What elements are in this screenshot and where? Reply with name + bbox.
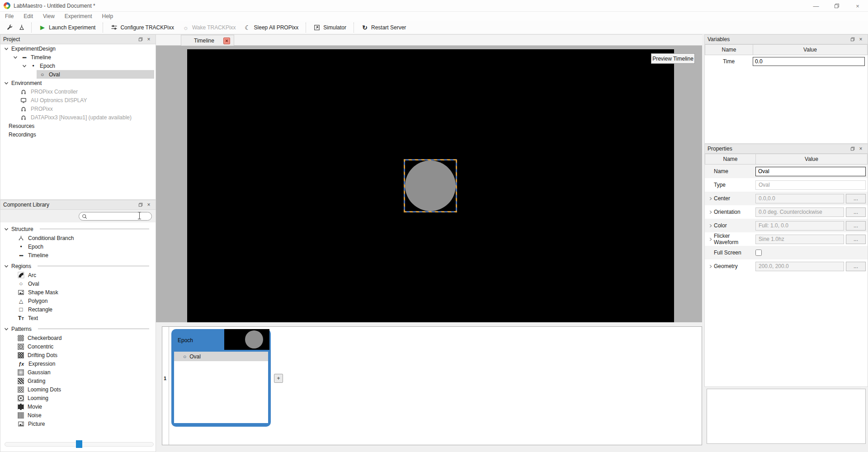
flicker-more-button[interactable]: ... bbox=[846, 235, 866, 244]
tree-item-experiment-design[interactable]: ExperimentDesign bbox=[0, 44, 156, 53]
chevron-right-icon[interactable] bbox=[708, 224, 714, 228]
stage-canvas[interactable] bbox=[187, 49, 674, 322]
tree-item-oval[interactable]: ○ Oval bbox=[0, 70, 156, 79]
geometry-more-button[interactable]: ... bbox=[846, 262, 866, 271]
library-item-expression[interactable]: ƒx Expression bbox=[0, 359, 156, 368]
chevron-right-icon[interactable] bbox=[708, 197, 714, 201]
library-item-picture[interactable]: Picture bbox=[0, 419, 156, 428]
menu-help[interactable]: Help bbox=[97, 12, 118, 21]
float-panel-icon[interactable] bbox=[849, 145, 857, 152]
library-item-polygon[interactable]: △ Polygon bbox=[0, 297, 156, 305]
library-item-grating[interactable]: Grating bbox=[0, 377, 156, 385]
library-item-checkerboard[interactable]: Checkerboard bbox=[0, 334, 156, 342]
image-icon bbox=[18, 289, 24, 296]
wake-trackpixx-button[interactable]: ☼ Wake TRACKPixx bbox=[178, 23, 240, 33]
menu-file[interactable]: File bbox=[0, 12, 19, 21]
device-icon bbox=[20, 89, 28, 95]
orientation-more-button[interactable]: ... bbox=[846, 207, 866, 217]
tree-item-propixx-controller[interactable]: PROPixx Controller bbox=[0, 87, 156, 96]
sun-icon: ☼ bbox=[182, 24, 189, 31]
epoch-card-body: ○ Oval bbox=[174, 352, 268, 423]
launch-experiment-button[interactable]: ▶ Launch Experiment bbox=[35, 23, 99, 33]
library-item-drifting-dots[interactable]: Drifting Dots bbox=[0, 351, 156, 359]
tree-item-label: AU Optronics DISPLAY bbox=[31, 97, 87, 104]
epoch-card[interactable]: Epoch ○ Oval bbox=[171, 329, 271, 427]
name-value-input[interactable] bbox=[755, 167, 866, 176]
library-item-looming[interactable]: Looming bbox=[0, 394, 156, 402]
library-section-structure[interactable]: Structure bbox=[0, 224, 156, 234]
library-item-oval[interactable]: ○ Oval bbox=[0, 279, 156, 288]
library-item-noise[interactable]: Noise bbox=[0, 411, 156, 419]
color-more-button[interactable]: ... bbox=[846, 221, 866, 231]
menu-edit[interactable]: Edit bbox=[19, 12, 38, 21]
chevron-right-icon[interactable] bbox=[708, 264, 714, 268]
tree-item-environment[interactable]: Environment bbox=[0, 79, 156, 87]
library-zoom-slider-handle[interactable] bbox=[76, 440, 82, 448]
library-section-patterns[interactable]: Patterns bbox=[0, 324, 156, 334]
project-tree: ExperimentDesign ••• Timeline • Epoch ○ … bbox=[0, 44, 156, 200]
property-name: Center bbox=[714, 195, 755, 202]
library-item-arc[interactable]: Arc bbox=[0, 271, 156, 279]
menu-view[interactable]: View bbox=[38, 12, 60, 21]
preview-timeline-button[interactable]: Preview Timeline bbox=[651, 53, 695, 64]
tree-item-datapixx3[interactable]: DATAPixx3 [Nouveau1] (update available) bbox=[0, 113, 156, 122]
calibration-tool-button[interactable] bbox=[3, 23, 15, 33]
full-screen-checkbox[interactable] bbox=[755, 250, 762, 256]
library-item-rectangle[interactable]: □ Rectangle bbox=[0, 305, 156, 314]
library-item-concentric[interactable]: Concentric bbox=[0, 342, 156, 351]
tree-item-label: Recordings bbox=[9, 132, 36, 138]
tree-item-epoch[interactable]: • Epoch bbox=[0, 61, 156, 70]
close-panel-icon[interactable]: × bbox=[857, 145, 865, 152]
grating-icon bbox=[18, 378, 24, 384]
epoch-item-oval[interactable]: ○ Oval bbox=[174, 352, 268, 361]
library-item-gaussian[interactable]: Gaussian bbox=[0, 368, 156, 377]
sleep-all-propixx-button[interactable]: ☾ Sleep All PROPixx bbox=[240, 23, 303, 33]
chevron-right-icon[interactable] bbox=[708, 210, 714, 214]
section-label: Structure bbox=[11, 226, 33, 232]
oval-region[interactable] bbox=[405, 160, 456, 211]
search-box[interactable] bbox=[79, 212, 152, 221]
tree-item-display[interactable]: AU Optronics DISPLAY bbox=[0, 96, 156, 104]
epoch-thumbnail-oval bbox=[245, 330, 263, 348]
restore-button[interactable] bbox=[826, 0, 847, 12]
library-item-looming-dots[interactable]: Looming Dots bbox=[0, 385, 156, 394]
properties-table: Name Value Name Type Oval Center 0.0,0.0… bbox=[704, 154, 868, 387]
close-panel-icon[interactable]: × bbox=[857, 36, 865, 43]
timeline-editor: 1 Epoch ○ Oval + bbox=[162, 326, 702, 445]
library-item-epoch[interactable]: • Epoch bbox=[0, 242, 156, 251]
tab-close-icon[interactable]: × bbox=[223, 38, 230, 44]
tree-item-resources[interactable]: Resources bbox=[0, 122, 156, 130]
configure-trackpixx-button[interactable]: Configure TRACKPixx bbox=[106, 23, 178, 33]
library-section-regions[interactable]: Regions bbox=[0, 261, 156, 271]
library-item-shape-mask[interactable]: Shape Mask bbox=[0, 288, 156, 297]
properties-panel-header: Properties × bbox=[704, 144, 868, 154]
library-item-text[interactable]: TT Text bbox=[0, 314, 156, 322]
oval-selection-box[interactable] bbox=[404, 159, 457, 212]
library-item-timeline[interactable]: ••• Timeline bbox=[0, 251, 156, 259]
close-panel-icon[interactable]: × bbox=[145, 36, 153, 43]
close-panel-icon[interactable]: × bbox=[145, 201, 153, 208]
plumb-tool-button[interactable] bbox=[15, 23, 28, 33]
restart-server-button[interactable]: ↻ Restart Server bbox=[357, 23, 410, 33]
minimize-button[interactable]: — bbox=[806, 0, 826, 12]
timeline-row-number: 1 bbox=[164, 376, 166, 381]
chevron-down-icon bbox=[22, 64, 27, 68]
tree-item-propixx[interactable]: PROPixx bbox=[0, 104, 156, 113]
chevron-right-icon[interactable] bbox=[708, 237, 714, 241]
float-panel-icon[interactable] bbox=[137, 201, 145, 208]
close-button[interactable]: × bbox=[847, 0, 868, 12]
tree-item-recordings[interactable]: Recordings bbox=[0, 130, 156, 139]
library-item-conditional-branch[interactable]: Conditional Branch bbox=[0, 234, 156, 242]
epoch-thumbnail bbox=[224, 329, 269, 350]
float-panel-icon[interactable] bbox=[849, 36, 857, 43]
tab-timeline[interactable]: Timeline × bbox=[181, 35, 234, 46]
add-epoch-button[interactable]: + bbox=[274, 374, 283, 383]
menu-experiment[interactable]: Experiment bbox=[60, 12, 97, 21]
library-item-movie[interactable]: Movie bbox=[0, 402, 156, 411]
center-more-button[interactable]: ... bbox=[846, 194, 866, 203]
library-item-label: Gaussian bbox=[28, 369, 51, 376]
float-panel-icon[interactable] bbox=[137, 36, 145, 43]
tree-item-timeline[interactable]: ••• Timeline bbox=[0, 53, 156, 61]
simulator-button[interactable]: Simulator bbox=[309, 23, 350, 33]
time-value-input[interactable] bbox=[753, 57, 865, 66]
